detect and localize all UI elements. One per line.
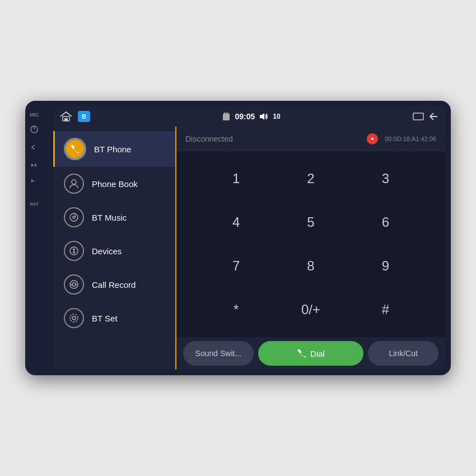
svg-point-18 [73, 216, 75, 218]
rst-label[interactable]: RST [30, 202, 39, 207]
sidebar: BT Phone Phone Book [53, 127, 176, 370]
key-3[interactable]: 3 [348, 157, 423, 200]
key-4[interactable]: 4 [199, 200, 273, 244]
status-right [413, 112, 438, 121]
back-side-button[interactable] [30, 143, 38, 151]
connection-status: Disconnected [185, 134, 233, 143]
status-left: B [60, 111, 90, 122]
key-5[interactable]: 5 [273, 200, 348, 244]
sidebar-item-phone-book[interactable]: Phone Book [53, 167, 175, 200]
bt-phone-label: BT Phone [94, 144, 131, 154]
dial-button[interactable]: Dial [258, 341, 364, 366]
keypad: 1 2 3 4 5 6 7 8 9 * 0/+ # [176, 151, 445, 337]
volume-icon [259, 113, 268, 120]
mac-address: 00:0D:18:A1:42:06 [385, 136, 436, 142]
svg-rect-14 [413, 113, 423, 120]
devices-icon [64, 241, 84, 261]
phone-book-icon [64, 174, 84, 194]
sound-switch-button[interactable]: Sound Swit... [183, 341, 254, 366]
status-bar: B 09:05 10 [53, 106, 445, 127]
device-body: MIC RST [25, 101, 451, 375]
dial-area: Disconnected 00:0D:18:A1:42:06 1 2 [176, 127, 445, 370]
status-indicators: 00:0D:18:A1:42:06 [367, 133, 436, 144]
dial-label: Dial [310, 349, 325, 358]
key-hash[interactable]: # [348, 288, 423, 332]
key-8[interactable]: 8 [273, 244, 348, 288]
record-indicator [367, 133, 378, 144]
link-cut-label: Link/Cut [389, 349, 417, 358]
link-cut-button[interactable]: Link/Cut [368, 341, 438, 366]
key-2[interactable]: 2 [273, 157, 348, 200]
svg-rect-8 [64, 118, 68, 121]
svg-point-24 [72, 316, 76, 320]
svg-point-17 [70, 213, 78, 221]
status-center: 09:05 10 [90, 112, 413, 121]
key-1[interactable]: 1 [199, 157, 273, 200]
bluetooth-badge: B [78, 111, 90, 122]
svg-marker-2 [31, 164, 34, 167]
svg-point-26 [371, 138, 374, 140]
svg-rect-10 [224, 113, 225, 115]
back-icon[interactable] [428, 112, 438, 121]
devices-label: Devices [92, 246, 122, 256]
volume-level: 10 [273, 113, 280, 120]
key-0[interactable]: 0/+ [273, 288, 348, 332]
svg-marker-5 [31, 179, 34, 183]
phone-book-label: Phone Book [92, 179, 138, 189]
time-display: 09:05 [235, 112, 255, 121]
key-star[interactable]: * [199, 288, 273, 332]
svg-rect-11 [226, 113, 227, 115]
sidebar-item-bt-music[interactable]: BT Music [53, 200, 175, 234]
svg-point-21 [72, 283, 76, 286]
sound-switch-label: Sound Swit... [195, 349, 242, 358]
power-button[interactable] [30, 125, 38, 133]
sidebar-item-bt-set[interactable]: BT Set [53, 301, 175, 335]
svg-point-16 [72, 180, 76, 184]
bt-set-label: BT Set [92, 314, 118, 323]
call-record-icon [64, 274, 84, 295]
apps-icon[interactable] [413, 113, 424, 120]
bt-music-icon [64, 207, 84, 227]
svg-marker-13 [260, 113, 264, 120]
home-icon[interactable] [60, 111, 72, 122]
phone-icon [71, 144, 80, 153]
dial-status-bar: Disconnected 00:0D:18:A1:42:06 [176, 127, 445, 151]
screen: B 09:05 10 [53, 106, 445, 370]
vol-up-button[interactable] [30, 161, 38, 169]
phone-dial-icon [297, 348, 307, 358]
bt-music-label: BT Music [92, 213, 127, 222]
sd-icon [222, 112, 230, 121]
sidebar-item-devices[interactable]: Devices [53, 234, 175, 268]
sidebar-item-bt-phone[interactable]: BT Phone [53, 131, 175, 167]
key-7[interactable]: 7 [199, 244, 273, 288]
vol-down-button[interactable] [30, 177, 38, 185]
call-record-label: Call Record [92, 280, 136, 290]
key-6[interactable]: 6 [348, 200, 423, 244]
bt-set-icon [64, 308, 84, 328]
side-controls: MIC RST [30, 112, 39, 207]
key-9[interactable]: 9 [348, 244, 423, 288]
svg-rect-12 [227, 113, 228, 115]
sidebar-item-call-record[interactable]: Call Record [53, 268, 175, 301]
main-content: BT Phone Phone Book [53, 127, 445, 370]
bt-phone-icon-bg [64, 138, 86, 160]
mic-label: MIC [30, 112, 39, 118]
svg-point-25 [70, 314, 78, 322]
action-bar: Sound Swit... Dial Link/Cut [176, 337, 445, 370]
